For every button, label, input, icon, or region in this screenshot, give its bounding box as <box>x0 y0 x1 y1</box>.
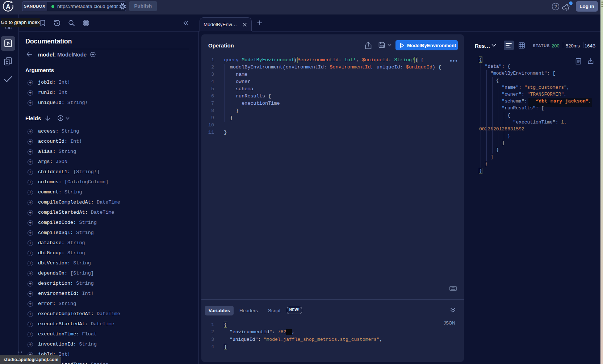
svg-text:?: ? <box>554 4 557 9</box>
svg-text:A: A <box>6 3 10 10</box>
